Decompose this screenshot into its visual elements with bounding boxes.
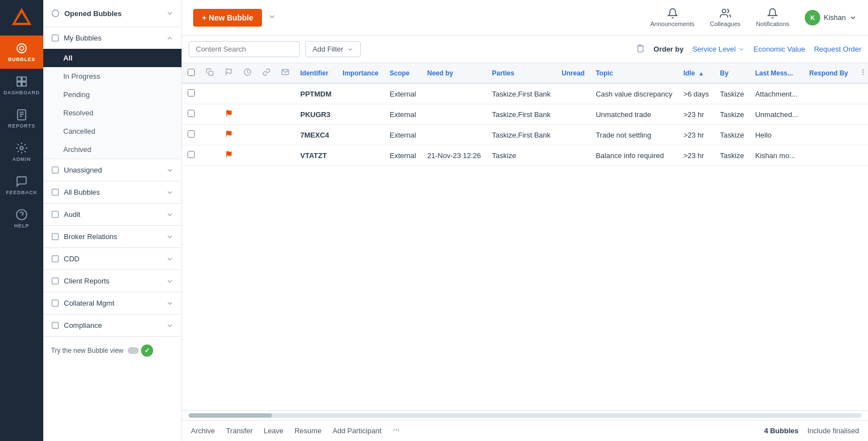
table-row: PKUGR3 External Taskize,First Bank Unmat… [182, 104, 868, 125]
trash-icon[interactable] [636, 44, 645, 54]
svg-rect-6 [17, 82, 21, 86]
col-idle[interactable]: Idle ▲ [678, 63, 714, 83]
broker-relations-header[interactable]: Broker Relations [43, 226, 181, 247]
svg-rect-26 [209, 71, 213, 75]
col-importance[interactable]: Importance [337, 63, 384, 83]
order-bar: Order by Service Level Economic Value Re… [636, 44, 861, 54]
row-icon4-cell-3 [257, 145, 276, 166]
compliance-header[interactable]: Compliance [43, 315, 181, 336]
svg-rect-20 [52, 234, 58, 240]
flag-icon [225, 130, 233, 138]
select-all-checkbox[interactable] [188, 69, 195, 76]
row-icon1-cell-2 [200, 125, 219, 145]
broker-relations-section: Broker Relations [43, 226, 181, 248]
nav-item-dashboard[interactable]: DASHBOARD [0, 69, 43, 102]
row-checkbox-0[interactable] [188, 89, 195, 97]
my-bubbles-header[interactable]: My Bubbles [43, 27, 181, 49]
all-bubbles-section: All Bubbles [43, 181, 181, 204]
toggle-on[interactable]: ✓ [141, 344, 153, 357]
cdd-header[interactable]: CDD [43, 248, 181, 270]
user-menu[interactable]: K Kishan [805, 10, 857, 26]
try-new-bubble-view: Try the new Bubble view ✓ [43, 337, 181, 364]
colleagues-icon [720, 8, 731, 19]
new-bubble-button[interactable]: + New Bubble [193, 9, 262, 27]
notifications-button[interactable]: Notifications [756, 8, 789, 27]
col-identifier[interactable]: Identifier [295, 63, 337, 83]
sidebar-sub-item-all[interactable]: All [43, 49, 181, 67]
nav-label-admin: ADMIN [12, 156, 31, 162]
archive-button[interactable]: Archive [191, 426, 215, 435]
leave-button[interactable]: Leave [264, 426, 283, 435]
add-participant-button[interactable]: Add Participant [332, 426, 381, 435]
nav-item-feedback[interactable]: FEEDBACK [0, 169, 43, 202]
horizontal-scrollbar[interactable] [182, 410, 868, 420]
order-by-label: Order by [654, 45, 684, 53]
col-need-by[interactable]: Need by [422, 63, 487, 83]
nav-item-help[interactable]: HELP [0, 202, 43, 235]
sidebar-sub-item-resolved[interactable]: Resolved [43, 104, 181, 122]
economic-value-button[interactable]: Economic Value [754, 45, 805, 53]
row-identifier-2: 7MEXC4 [295, 125, 337, 145]
try-toggle[interactable]: ✓ [128, 344, 153, 357]
row-checkbox-1[interactable] [188, 110, 195, 117]
col-respond-by[interactable]: Respond By [804, 63, 854, 83]
col-last-mess[interactable]: Last Mess... [750, 63, 804, 83]
row-identifier-3: VTATZT [295, 145, 337, 166]
content-search-input[interactable] [189, 41, 300, 57]
all-bubbles-header[interactable]: All Bubbles [43, 181, 181, 203]
nav-item-admin[interactable]: ADMIN [0, 135, 43, 169]
audit-label: Audit [64, 210, 80, 219]
sidebar-sub-item-in-progress[interactable]: In Progress [43, 67, 181, 85]
unassigned-header[interactable]: Unassigned [43, 159, 181, 181]
col-by[interactable]: By [714, 63, 749, 83]
transfer-button[interactable]: Transfer [226, 426, 253, 435]
sidebar-sub-item-cancelled[interactable]: Cancelled [43, 122, 181, 140]
row-icon3-cell-2 [238, 125, 257, 145]
row-topic-0: Cash value discrepancy [590, 83, 678, 104]
colleagues-button[interactable]: Colleagues [710, 8, 740, 27]
collateral-mgmt-section: Collateral Mgmt [43, 292, 181, 315]
my-bubbles-label: My Bubbles [64, 34, 102, 42]
col-icon4 [257, 63, 276, 83]
sidebar-sub-item-pending[interactable]: Pending [43, 85, 181, 104]
col-flag-icon [225, 68, 233, 76]
request-order-button[interactable]: Request Order [814, 45, 861, 53]
top-bar: + New Bubble Announcements Colleagues No… [182, 0, 868, 36]
nav-item-reports[interactable]: REPORTS [0, 102, 43, 135]
add-filter-button[interactable]: Add Filter [305, 41, 361, 57]
opened-bubbles-header[interactable]: Opened Bubbles [43, 0, 181, 27]
row-parties-2: Taskize,First Bank [487, 125, 556, 145]
col-topic[interactable]: Topic [590, 63, 678, 83]
row-scope-0: External [384, 83, 422, 104]
bottom-actions: Archive Transfer Leave Resume Add Partic… [191, 426, 400, 435]
row-importance-1 [337, 104, 384, 125]
col-unread[interactable]: Unread [556, 63, 590, 83]
sidebar-sub-item-archived[interactable]: Archived [43, 140, 181, 159]
col-more[interactable] [854, 63, 868, 83]
col-scope[interactable]: Scope [384, 63, 422, 83]
row-need-by-3: 21-Nov-23 12:26 [422, 145, 487, 166]
audit-header[interactable]: Audit [43, 204, 181, 225]
row-flag-cell-1 [219, 104, 238, 125]
row-importance-2 [337, 125, 384, 145]
client-reports-header[interactable]: Client Reports [43, 270, 181, 292]
col-parties[interactable]: Parties [487, 63, 556, 83]
row-flag-cell-2 [219, 125, 238, 145]
sidebar: Opened Bubbles My Bubbles All In Progres… [43, 0, 182, 441]
chevron-down-icon-6 [166, 255, 174, 263]
more-actions-button[interactable] [392, 426, 400, 435]
nav-item-bubbles[interactable]: BUBBLES [0, 36, 43, 69]
row-checkbox-3[interactable] [188, 151, 195, 158]
announcements-button[interactable]: Announcements [650, 8, 695, 27]
row-unread-2 [556, 125, 590, 145]
service-level-label: Service Level [693, 45, 736, 53]
scrollbar-thumb [189, 413, 272, 418]
svg-rect-21 [52, 256, 58, 262]
service-level-button[interactable]: Service Level [693, 45, 745, 53]
more-actions-icon [392, 426, 400, 434]
row-checkbox-2[interactable] [188, 130, 195, 138]
row-identifier-1: PKUGR3 [295, 104, 337, 125]
collateral-mgmt-header[interactable]: Collateral Mgmt [43, 292, 181, 314]
new-bubble-dropdown[interactable] [268, 12, 276, 23]
resume-button[interactable]: Resume [295, 426, 321, 435]
